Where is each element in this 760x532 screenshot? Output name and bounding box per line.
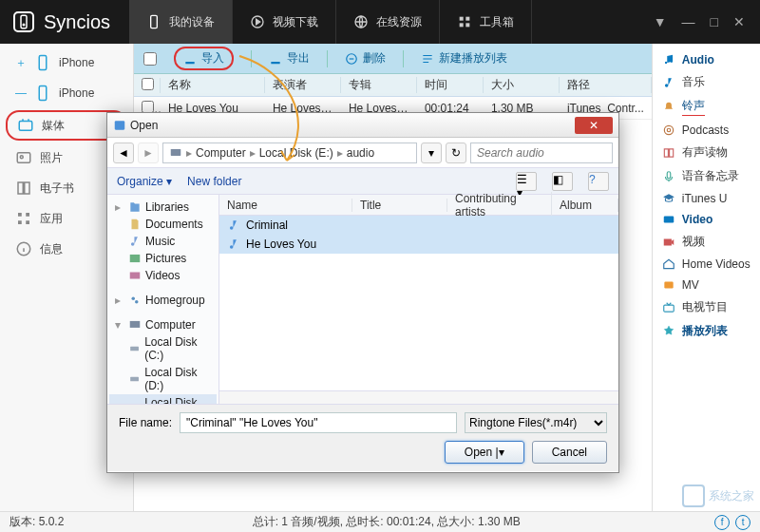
header-checkbox[interactable] [142,78,154,90]
fcol-name[interactable]: Name [219,199,352,212]
rb-music[interactable]: 音乐 [653,70,760,94]
rb-podcasts[interactable]: Podcasts [653,120,760,141]
svg-point-13 [20,156,23,159]
file-row[interactable]: He Loves You [219,235,618,254]
nav-forward-button[interactable]: ► [138,142,159,163]
nav-back-button[interactable]: ◄ [113,142,134,163]
svg-rect-11 [19,122,32,131]
cancel-button[interactable]: Cancel [532,441,607,464]
rb-ringtones[interactable]: 铃声 [653,94,760,120]
svg-rect-8 [466,23,469,27]
export-button[interactable]: 导出 [269,50,310,66]
view-mode-button[interactable]: ☰ ▾ [516,172,537,191]
svg-rect-7 [460,23,464,27]
col-name[interactable]: 名称 [161,77,265,93]
tree-disk-e[interactable]: Local Disk (E:) [109,394,217,404]
svg-point-21 [671,61,673,63]
tree-music[interactable]: Music [109,233,217,250]
col-path[interactable]: 路径 [560,77,652,93]
rb-video[interactable]: 视频 [653,230,760,254]
rb-tvshows[interactable]: 电视节目 [653,295,760,319]
svg-rect-5 [460,17,464,21]
tree-documents[interactable]: Documents [109,216,217,233]
breadcrumb-dropdown[interactable]: ▾ [421,142,442,163]
rb-audiobooks[interactable]: 有声读物 [653,141,760,164]
status-bar: 版本: 5.0.2 总计: 1 音频/视频, 总时长: 00:01:24, 总大… [0,511,760,532]
playlists-heading[interactable]: 播放列表 [653,319,760,343]
filetype-select[interactable]: Ringtone Files(*.m4r) [465,412,607,433]
dialog-title: Open [130,119,158,132]
app-name: Syncios [44,11,110,33]
maximize-icon[interactable]: □ [711,14,718,29]
sidebar-item-iphone-2[interactable]: — iPhone [0,78,133,108]
help-button[interactable]: ? [588,172,609,191]
search-input[interactable] [470,142,613,163]
toolbar: 导入 导出 删除 新建播放列表 [134,44,652,74]
twitter-icon[interactable]: t [735,515,750,530]
dialog-close-button[interactable]: ✕ [575,117,613,134]
fcol-album[interactable]: Album [552,199,618,212]
svg-rect-16 [18,220,22,224]
preview-pane-button[interactable]: ◧ [552,172,573,191]
dialog-titlebar[interactable]: Open ✕ [107,113,618,138]
right-sidebar: Audio 音乐 铃声 Podcasts 有声读物 语音备忘录 iTunes U… [652,44,760,511]
filename-label: File name: [119,416,172,429]
svg-point-24 [664,125,673,134]
delete-button[interactable]: 删除 [345,50,386,66]
svg-rect-10 [39,86,47,101]
tab-online-resources[interactable]: 在线资源 [336,0,440,44]
rb-voicememos[interactable]: 语音备忘录 [653,164,760,188]
tree-disk-d[interactable]: Local Disk (D:) [109,364,217,394]
audio-heading: Audio [653,49,760,70]
open-button[interactable]: Open |▾ [445,441,524,464]
rb-homevideos[interactable]: Home Videos [653,254,760,275]
rb-mv[interactable]: MV [653,275,760,295]
new-folder-button[interactable]: New folder [187,175,241,188]
app-logo: Syncios [0,11,129,33]
col-size[interactable]: 大小 [484,77,560,93]
close-icon[interactable]: ✕ [733,14,745,29]
svg-point-43 [230,245,234,249]
tree-disk-c[interactable]: Local Disk (C:) [109,333,217,364]
fcol-contrib[interactable]: Contributing artists [447,192,552,218]
facebook-icon[interactable]: f [714,515,730,530]
col-time[interactable]: 时间 [417,77,484,93]
menu-dropdown-icon[interactable]: ▼ [654,14,667,29]
scrollbar-horizontal[interactable] [219,390,618,404]
dialog-footer: File name: Ringtone Files(*.m4r) Open |▾… [107,404,618,471]
tree-computer[interactable]: ▾Computer [109,316,217,333]
dialog-icon [113,119,126,132]
tree-libraries[interactable]: ▸Libraries [109,199,217,216]
table-header: 名称 表演者 专辑 时间 大小 路径 [134,74,652,97]
breadcrumb[interactable]: ▸Computer ▸Local Disk (E:) ▸audio [162,142,417,163]
sidebar-item-iphone-1[interactable]: ＋ iPhone [0,48,133,78]
svg-rect-34 [130,273,141,279]
tab-video-download[interactable]: 视频下载 [233,0,336,44]
rb-itunesu[interactable]: iTunes U [653,188,760,209]
tab-my-device[interactable]: 我的设备 [129,0,233,44]
filename-input[interactable] [180,412,457,433]
svg-rect-14 [18,213,22,217]
select-all-checkbox[interactable] [143,52,157,66]
refresh-button[interactable]: ↻ [446,142,466,163]
svg-rect-30 [115,121,125,129]
file-row[interactable]: Criminal [219,216,618,235]
col-artist[interactable]: 表演者 [265,77,341,93]
col-album[interactable]: 专辑 [341,77,417,93]
computer-icon [169,146,182,160]
svg-rect-12 [17,153,30,163]
svg-point-22 [665,84,669,87]
minimize-icon[interactable]: — [682,14,695,29]
fcol-title[interactable]: Title [352,199,447,212]
top-tabs: 我的设备 视频下载 在线资源 工具箱 [129,0,532,44]
svg-rect-28 [664,282,673,289]
row-checkbox[interactable] [142,101,154,113]
tree-homegroup[interactable]: ▸Homegroup [109,292,217,309]
import-button[interactable]: 导入 [174,47,234,70]
tree-pictures[interactable]: Pictures [109,250,217,267]
tree-videos[interactable]: Videos [109,267,217,284]
new-playlist-button[interactable]: 新建播放列表 [421,50,507,66]
organize-menu[interactable]: Organize ▾ [117,175,172,188]
tab-toolbox[interactable]: 工具箱 [440,0,532,44]
dialog-file-list: Name Title Contributing artists Album Cr… [219,195,618,404]
